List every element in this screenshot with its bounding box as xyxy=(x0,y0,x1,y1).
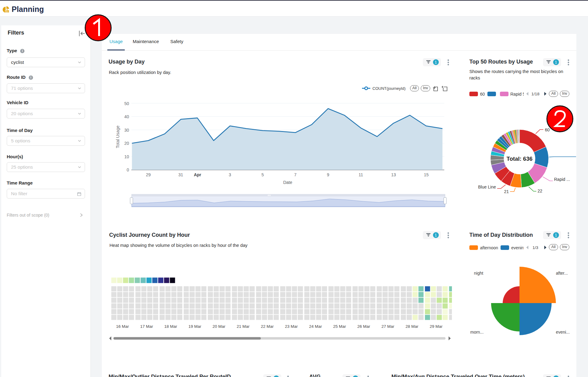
svg-text:11: 11 xyxy=(359,172,363,177)
svg-text:31: 31 xyxy=(178,172,183,177)
svg-text:20: 20 xyxy=(124,141,129,146)
svg-text:1/18: 1/18 xyxy=(531,92,539,96)
svg-text:21 Mar: 21 Mar xyxy=(237,324,250,329)
svg-text:morn...: morn... xyxy=(470,330,484,335)
svg-text:13: 13 xyxy=(391,172,396,177)
svg-text:Rapid ...: Rapid ... xyxy=(554,177,570,182)
svg-text:Apr: Apr xyxy=(194,172,202,177)
svg-text:after...: after... xyxy=(556,271,568,276)
svg-text:10: 10 xyxy=(124,154,129,159)
svg-text:25 Mar: 25 Mar xyxy=(333,324,346,329)
svg-text:19 Mar: 19 Mar xyxy=(188,324,202,329)
svg-text:18 Mar: 18 Mar xyxy=(164,324,177,329)
svg-text:night: night xyxy=(474,271,483,276)
svg-text:Blue Line: Blue Line xyxy=(478,185,496,189)
svg-text:17 Mar: 17 Mar xyxy=(140,324,153,329)
svg-text:29 Mar: 29 Mar xyxy=(430,324,443,329)
svg-text:50: 50 xyxy=(124,101,129,106)
svg-text:eveni...: eveni... xyxy=(556,330,570,335)
svg-text:Date: Date xyxy=(283,180,292,185)
svg-text:27 Mar: 27 Mar xyxy=(381,324,394,329)
svg-text:Total: 636: Total: 636 xyxy=(507,156,533,162)
svg-text:9: 9 xyxy=(327,172,329,177)
svg-text:16 Mar: 16 Mar xyxy=(116,324,129,329)
svg-text:22 Mar: 22 Mar xyxy=(261,324,274,329)
svg-text:28 Mar: 28 Mar xyxy=(405,324,419,329)
svg-text:3: 3 xyxy=(229,172,231,177)
svg-text:26 Mar: 26 Mar xyxy=(357,324,370,329)
svg-text:Total Usage: Total Usage xyxy=(115,126,120,148)
svg-text:23 Mar: 23 Mar xyxy=(285,324,298,329)
svg-text:15: 15 xyxy=(424,172,429,177)
svg-text:7: 7 xyxy=(294,172,297,177)
svg-text:29: 29 xyxy=(146,172,151,177)
svg-text:21: 21 xyxy=(504,189,509,194)
svg-text:40: 40 xyxy=(124,114,129,119)
svg-text:20 Mar: 20 Mar xyxy=(213,324,226,329)
svg-text:COUNT(journeyId): COUNT(journeyId) xyxy=(372,86,405,91)
svg-text:1/3: 1/3 xyxy=(533,245,538,250)
svg-text:22: 22 xyxy=(538,188,542,193)
svg-text:24 Mar: 24 Mar xyxy=(309,324,322,329)
svg-text:0: 0 xyxy=(127,167,129,172)
svg-text:5: 5 xyxy=(261,172,264,177)
svg-text:30: 30 xyxy=(124,128,129,133)
